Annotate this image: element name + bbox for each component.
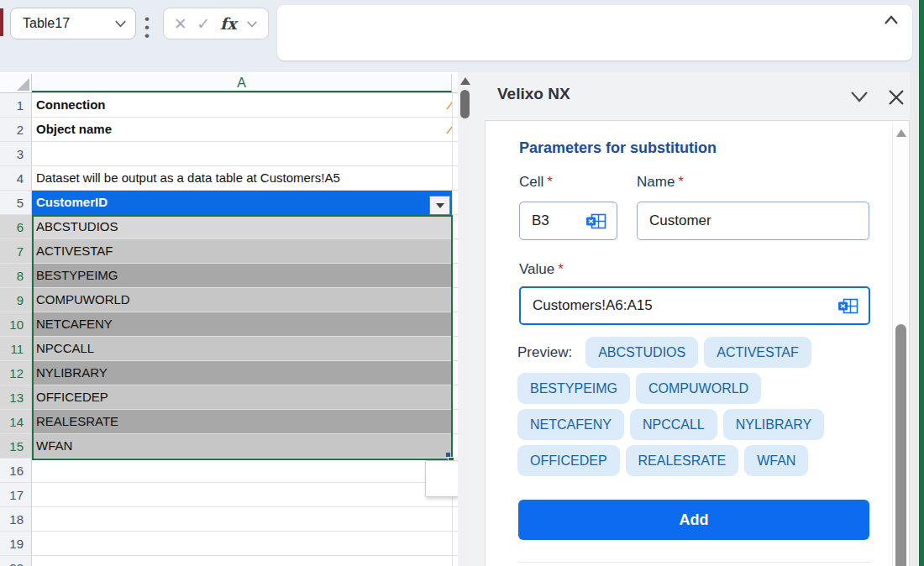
row-header-17[interactable]: 17 <box>0 483 32 507</box>
cell-b20[interactable] <box>452 556 458 566</box>
value-input[interactable]: Customers!A6:A15 <box>519 286 870 325</box>
window-green-edge <box>919 0 924 566</box>
formula-toolbar: Table17 ••• ✕ ✓ fx <box>0 0 924 72</box>
scroll-up-icon[interactable] <box>460 77 470 85</box>
excel-range-picker-icon[interactable] <box>838 298 858 314</box>
pane-close-icon[interactable] <box>887 88 906 107</box>
section-title: Parameters for substitution <box>519 139 717 157</box>
cell-b9[interactable] <box>452 288 458 312</box>
select-all-corner[interactable] <box>0 74 32 92</box>
cell-b3[interactable] <box>452 142 458 166</box>
collapse-formula-bar-icon[interactable] <box>882 13 900 27</box>
row-header-19[interactable]: 19 <box>0 532 32 556</box>
row-header-16[interactable]: 16 <box>0 459 32 483</box>
row-header-13[interactable]: 13 <box>0 385 32 410</box>
row-header-12[interactable]: 12 <box>0 361 32 385</box>
floating-options-box[interactable] <box>425 460 458 497</box>
cell-a7[interactable]: ACTIVESTAF <box>32 239 452 264</box>
row-header-18[interactable]: 18 <box>0 507 32 532</box>
chevron-down-icon[interactable] <box>114 18 127 29</box>
cell-a18[interactable] <box>32 507 452 532</box>
cell-a11[interactable]: NPCCALL <box>32 337 452 361</box>
cell-a2[interactable]: Object name∕ <box>32 118 452 142</box>
preview-chip: WFAN <box>744 445 808 476</box>
formula-input[interactable] <box>287 10 875 55</box>
table-row: 20 <box>0 556 458 566</box>
cell-b4[interactable] <box>452 166 458 191</box>
row-header-20[interactable]: 20 <box>0 556 32 566</box>
table-filter-dropdown-button[interactable] <box>429 196 450 215</box>
cell-a6[interactable]: ABCSTUDIOS <box>32 215 452 239</box>
row-header-6[interactable]: 6 <box>0 215 32 239</box>
cell-b13[interactable] <box>452 385 458 410</box>
cell-b1[interactable] <box>452 93 458 118</box>
name-input-value: Customer <box>649 212 858 229</box>
sheet-vertical-scrollbar[interactable] <box>458 72 472 566</box>
clipped-text-fragment: ∕ <box>449 118 451 141</box>
cell-a9[interactable]: COMPUWORLD <box>32 288 452 312</box>
pane-collapse-chevron-icon[interactable] <box>848 89 870 104</box>
insert-function-icon[interactable]: fx <box>220 14 237 33</box>
row-header-11[interactable]: 11 <box>0 337 32 361</box>
preview-chip: NYLIBRARY <box>723 409 824 440</box>
row-header-9[interactable]: 9 <box>0 288 32 312</box>
confirm-entry-icon[interactable]: ✓ <box>197 14 210 34</box>
cell-b12[interactable] <box>452 361 458 385</box>
cancel-entry-icon[interactable]: ✕ <box>174 14 187 34</box>
kebab-divider-icon[interactable]: ••• <box>144 15 150 40</box>
row-header-2[interactable]: 2 <box>0 118 32 142</box>
cell-a13[interactable]: OFFICEDEP <box>32 385 452 410</box>
cell-a10[interactable]: NETCAFENY <box>32 312 452 337</box>
row-header-7[interactable]: 7 <box>0 239 32 264</box>
cell-a14[interactable]: REALESRATE <box>32 410 452 434</box>
row-header-15[interactable]: 15 <box>0 434 32 459</box>
name-input[interactable]: Customer <box>637 202 869 240</box>
row-header-3[interactable]: 3 <box>0 142 32 166</box>
cell-a19[interactable] <box>32 532 452 556</box>
divider <box>518 562 870 563</box>
cell-b11[interactable] <box>452 337 458 361</box>
cell-b6[interactable] <box>452 215 458 239</box>
table-row: 3 <box>0 142 458 166</box>
cell-b19[interactable] <box>452 532 458 556</box>
cell-a5[interactable]: CustomerID <box>32 191 452 215</box>
preview-chips-area: Preview: ABCSTUDIOSACTIVESTAFBESTYPEIMGC… <box>517 337 871 476</box>
scrollbar-thumb[interactable] <box>460 90 470 118</box>
excel-range-picker-icon[interactable] <box>586 213 606 229</box>
pane-scrollbar[interactable] <box>892 123 909 566</box>
cell-b5[interactable] <box>452 191 458 215</box>
cell-b7[interactable] <box>452 239 458 264</box>
cell-a15[interactable]: WFAN <box>32 434 452 459</box>
cell-a12[interactable]: NYLIBRARY <box>32 361 452 385</box>
cell-a1[interactable]: Connection∕ <box>32 93 452 118</box>
formula-bar[interactable] <box>277 5 912 60</box>
chevron-down-icon[interactable] <box>246 19 258 29</box>
name-box[interactable]: Table17 <box>10 8 136 39</box>
cell-b10[interactable] <box>452 312 458 337</box>
cell-b18[interactable] <box>452 507 458 532</box>
column-header-a[interactable]: A <box>32 74 452 92</box>
cell-a16[interactable] <box>32 459 452 483</box>
scroll-up-icon[interactable] <box>896 129 906 137</box>
cell-b8[interactable] <box>452 264 458 288</box>
row-header-4[interactable]: 4 <box>0 166 32 191</box>
required-asterisk: * <box>678 174 684 190</box>
cell-a8[interactable]: BESTYPEIMG <box>32 264 452 288</box>
cell-b2[interactable] <box>452 118 458 142</box>
cell-a20[interactable] <box>32 556 452 566</box>
row-header-10[interactable]: 10 <box>0 312 32 337</box>
table-row: 4Dataset will be output as a data table … <box>0 166 458 191</box>
cell-input[interactable]: B3 <box>519 202 617 240</box>
cell-b15[interactable] <box>452 434 458 459</box>
row-header-1[interactable]: 1 <box>0 93 32 118</box>
scrollbar-thumb[interactable] <box>895 324 906 566</box>
cell-a3[interactable] <box>32 142 452 166</box>
add-button[interactable]: Add <box>518 500 869 540</box>
row-header-5[interactable]: 5 <box>0 191 32 215</box>
row-header-14[interactable]: 14 <box>0 410 32 434</box>
row-header-8[interactable]: 8 <box>0 264 32 288</box>
cell-b14[interactable] <box>452 410 458 434</box>
cell-a17[interactable] <box>32 483 452 507</box>
preview-chip: NPCCALL <box>630 409 717 440</box>
cell-a4[interactable]: Dataset will be output as a data table a… <box>32 166 452 191</box>
